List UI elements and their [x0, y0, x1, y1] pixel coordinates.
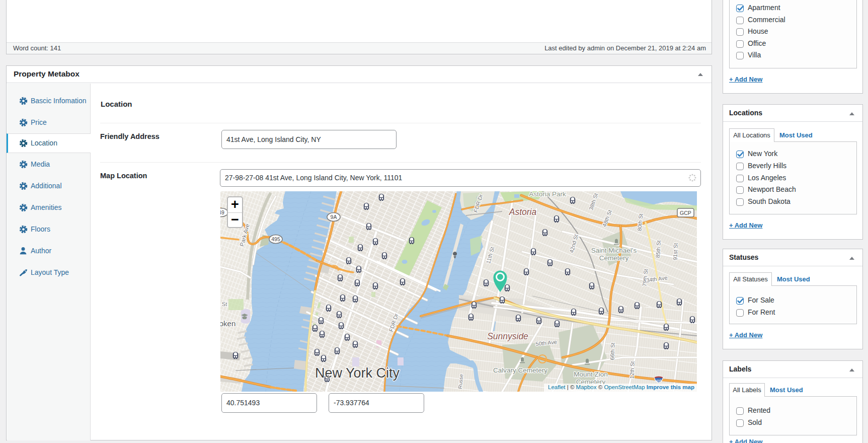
svg-text:Sunnyside: Sunnyside — [487, 331, 528, 341]
svg-text:oken: oken — [220, 319, 235, 328]
svg-text:49: 49 — [220, 209, 224, 215]
svg-text:Mount Zion: Mount Zion — [574, 371, 608, 378]
svg-text:66th St: 66th St — [609, 342, 615, 360]
svg-text:85th St: 85th St — [655, 240, 662, 258]
svg-text:91st St: 91st St — [672, 243, 678, 261]
svg-text:Cemetery: Cemetery — [599, 254, 629, 262]
svg-text:New York City: New York City — [315, 365, 400, 381]
svg-text:495: 495 — [271, 236, 280, 242]
svg-text:Astoria: Astoria — [509, 207, 537, 217]
svg-text:St: St — [222, 301, 227, 307]
svg-text:Saint Michael's: Saint Michael's — [591, 247, 637, 254]
svg-text:Calvary Cemetery: Calvary Cemetery — [493, 366, 547, 374]
svg-text:GCP: GCP — [680, 210, 691, 216]
svg-text:12th St: 12th St — [628, 361, 635, 379]
svg-text:9A: 9A — [331, 214, 337, 220]
svg-text:495: 495 — [656, 379, 662, 383]
svg-text:Astoria Park: Astoria Park — [529, 191, 566, 198]
